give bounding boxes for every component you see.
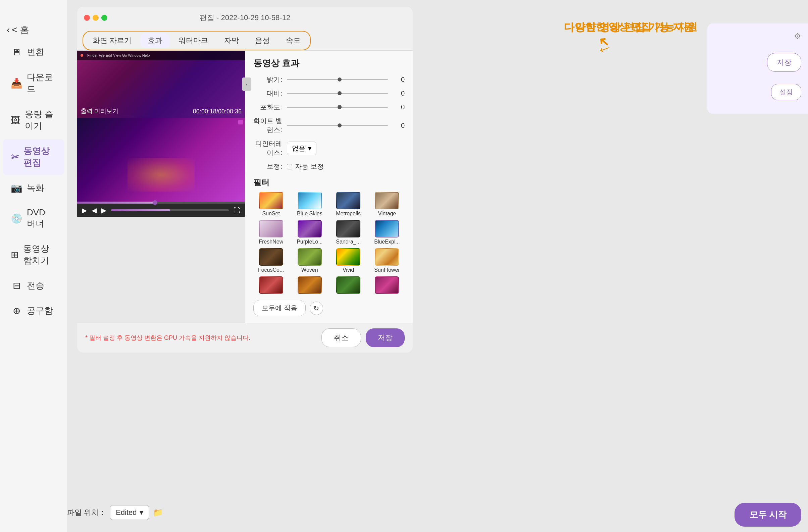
tab-audio[interactable]: 음성	[247, 33, 277, 48]
filter-item-freshnew[interactable]: FreshNew	[253, 220, 289, 245]
filter-item-sunflower[interactable]: SunFlower	[369, 248, 405, 273]
folder-icon[interactable]: 📁	[153, 508, 163, 517]
filter-grid: SunSet Blue Skies Metropolis Vintage	[253, 192, 405, 295]
filepath-label: 파일 위치：	[67, 508, 106, 517]
filter-item-metropolis[interactable]: Metropolis	[331, 192, 366, 217]
close-button[interactable]	[84, 15, 90, 21]
transfer-icon: ⊟	[11, 280, 22, 291]
video-bar: Finder File Edit View Go Window Help	[77, 51, 245, 60]
next-frame-button[interactable]: ▶	[101, 206, 106, 214]
saturation-label: 포화도:	[253, 103, 287, 112]
filter-name-vivid: Vivid	[343, 267, 354, 273]
prev-frame-button[interactable]: ◀	[92, 206, 97, 214]
saturation-slider[interactable]	[287, 107, 388, 108]
filter-item-vivid[interactable]: Vivid	[331, 248, 366, 273]
contrast-thumb	[337, 91, 342, 95]
contrast-slider[interactable]	[287, 93, 388, 94]
sidebar-item-dvd[interactable]: 💿 DVD 버너	[3, 201, 65, 235]
main-content: 다양한 영상 편집 기능 지원 → 편집 - 2022-10-29 10-58-…	[67, 0, 808, 532]
right-panel-secondary-button[interactable]: 설정	[771, 84, 801, 100]
filter-actions: 모두에 적용 ↻	[253, 300, 405, 316]
brightness-thumb	[337, 77, 342, 81]
sidebar-item-convert[interactable]: 🖥 변환	[3, 40, 65, 64]
time-label: 00:00:18/00:00:36	[193, 108, 242, 115]
white-balance-row: 화이트 밸런스: 0	[253, 116, 405, 134]
maximize-button[interactable]	[101, 15, 107, 21]
settings-icon[interactable]: ⚙	[794, 32, 801, 41]
filter-item-sunset[interactable]: SunSet	[253, 192, 289, 217]
filter-thumb-woven	[298, 248, 322, 266]
filter-item-row4b[interactable]	[292, 277, 327, 295]
sidebar-item-transfer[interactable]: ⊟ 전송	[3, 274, 65, 298]
sidebar-item-merge[interactable]: ⊞ 동영상 합치기	[3, 237, 65, 272]
filter-thumb-row4b	[298, 277, 322, 294]
deinterlace-dropdown[interactable]: 없음 ▾	[287, 141, 316, 155]
preview-label: 출력 미리보기	[80, 107, 118, 115]
filter-thumb-sunflower	[375, 248, 399, 266]
compress-icon: 🖼	[11, 115, 20, 126]
dialog-title: 편집 - 2022-10-29 10-58-12	[200, 13, 290, 23]
filter-thumb-sandra	[336, 220, 361, 238]
video-upper: Finder File Edit View Go Window Help 출력 …	[77, 51, 245, 118]
sidebar-item-record[interactable]: 📷 녹화	[3, 176, 65, 200]
filter-name-sunset: SunSet	[262, 211, 279, 217]
filepath-dropdown[interactable]: Edited ▾	[110, 505, 149, 520]
timeline-bar[interactable]	[77, 202, 245, 204]
save-button[interactable]: 저장	[366, 328, 405, 347]
filter-thumb-blueskies	[298, 192, 322, 209]
apply-all-button[interactable]: 모두에 적용	[253, 300, 306, 316]
sidebar: ‹ < 홈 🖥 변환 📥 다운로드 🖼 용량 줄이기 ✂ 동영상 편집 📷 녹화…	[0, 0, 67, 532]
sidebar-item-download[interactable]: 📥 다운로드	[3, 65, 65, 101]
player-progress-inner	[111, 209, 170, 211]
tab-watermark[interactable]: 워터마크	[171, 33, 216, 48]
brightness-label: 밝기:	[253, 75, 287, 84]
cancel-button[interactable]: 취소	[322, 328, 361, 347]
tab-speed[interactable]: 속도	[278, 33, 308, 48]
player-controls: ▶ ◀ ▶ ⛶	[77, 204, 245, 217]
deinterlace-value: 없음	[292, 144, 305, 153]
dialog-bottom: * 필터 설정 후 동영상 변환은 GPU 가속을 지원하지 않습니다. 취소 …	[77, 323, 413, 353]
video-edit-icon: ✂	[11, 152, 19, 163]
dialog-action-buttons: 취소 저장	[322, 328, 405, 347]
white-balance-thumb	[337, 124, 342, 128]
brightness-slider[interactable]	[287, 79, 388, 80]
brightness-value: 0	[391, 76, 405, 83]
fullscreen-icon[interactable]: ⛶	[234, 207, 240, 214]
filter-item-row4c[interactable]	[331, 277, 366, 295]
sidebar-item-label: 동영상 편집	[23, 145, 56, 169]
start-all-button[interactable]: 모두 시작	[735, 503, 801, 527]
video-bar-dot	[80, 54, 83, 57]
filter-item-blueskies[interactable]: Blue Skies	[292, 192, 327, 217]
tab-subtitle[interactable]: 자막	[217, 33, 246, 48]
filter-item-vintage[interactable]: Vintage	[369, 192, 405, 217]
filter-item-row4a[interactable]	[253, 277, 289, 295]
timeline-thumb[interactable]	[153, 200, 158, 205]
white-balance-label: 화이트 밸런스:	[253, 116, 287, 134]
filter-item-woven[interactable]: Woven	[292, 248, 327, 273]
player-progress-bar[interactable]	[111, 209, 229, 211]
right-panel-save-button[interactable]: 저장	[767, 53, 801, 72]
filter-item-purplelo[interactable]: PurpleLo...	[292, 220, 327, 245]
filter-item-sandra[interactable]: Sandra_...	[331, 220, 366, 245]
filepath-chevron-icon: ▾	[140, 508, 143, 517]
filter-item-row4d[interactable]	[369, 277, 405, 295]
play-button[interactable]: ▶	[82, 206, 87, 214]
filter-name-freshnew: FreshNew	[259, 239, 283, 245]
gpu-notice: * 필터 설정 후 동영상 변환은 GPU 가속을 지원하지 않습니다.	[85, 334, 250, 342]
white-balance-slider[interactable]	[287, 125, 388, 126]
refresh-button[interactable]: ↻	[310, 302, 323, 315]
sidebar-item-label: DVD 버너	[27, 207, 56, 229]
saturation-row: 포화도: 0	[253, 103, 405, 112]
sidebar-item-video-edit[interactable]: ✂ 동영상 편집	[3, 139, 65, 175]
tab-effects[interactable]: 효과	[140, 33, 170, 48]
filter-item-focusco[interactable]: FocusCo...	[253, 248, 289, 273]
back-button[interactable]: ‹ < 홈	[0, 20, 67, 40]
sidebar-item-label: 공구함	[27, 305, 53, 317]
filter-item-blueexpl[interactable]: BlueExpl...	[369, 220, 405, 245]
sidebar-item-share[interactable]: ⊕ 공구함	[3, 299, 65, 323]
collapse-button[interactable]: ‹	[242, 77, 251, 91]
minimize-button[interactable]	[93, 15, 99, 21]
tab-crop[interactable]: 화면 자르기	[85, 33, 139, 48]
auto-correct-checkbox[interactable]	[287, 164, 292, 169]
sidebar-item-compress[interactable]: 🖼 용량 줄이기	[3, 102, 65, 138]
